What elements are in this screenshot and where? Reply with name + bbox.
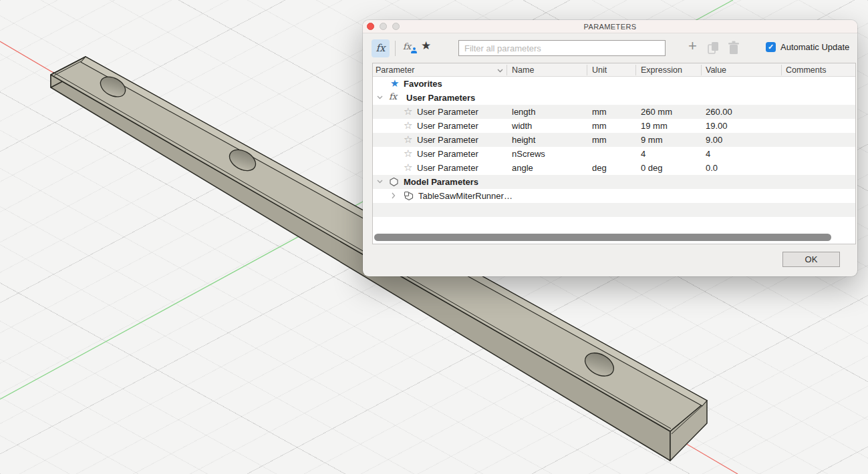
automatic-update-label: Automatic Update — [780, 42, 849, 52]
name-cell[interactable]: length — [512, 105, 535, 119]
parameter-type-cell: User Parameter — [417, 147, 478, 161]
person-icon — [411, 47, 417, 53]
column-header-parameter[interactable]: Parameter — [376, 63, 414, 77]
collapse-chevron-icon[interactable] — [377, 95, 383, 99]
toolbar-separator — [395, 41, 396, 56]
parameters-dialog: PARAMETERS fx fx ★ + ✓ Automatic Update — [363, 20, 857, 276]
sort-chevron-icon[interactable] — [497, 69, 503, 73]
table-row-nscrews[interactable]: ☆ User Parameter nScrews 4 4 — [373, 147, 855, 161]
table-header: Parameter Name Unit Expression Value Com… — [373, 63, 855, 77]
user-parameters-group-label: User Parameters — [406, 91, 475, 105]
fx-icon: fx — [376, 42, 385, 54]
unit-cell: mm — [592, 133, 607, 147]
name-cell[interactable]: angle — [512, 161, 533, 175]
model-cube-icon — [389, 177, 399, 187]
row-component-tablesawmiterrunner[interactable]: TableSawMiterRunner… — [373, 189, 855, 203]
unit-cell: deg — [592, 161, 607, 175]
value-cell: 19.00 — [706, 119, 728, 133]
copy-parameter-icon[interactable] — [707, 41, 720, 55]
value-cell: 0.0 — [706, 161, 718, 175]
ok-button[interactable]: OK — [782, 252, 840, 267]
column-header-expression[interactable]: Expression — [641, 63, 682, 77]
component-label: TableSawMiterRunner… — [418, 189, 513, 203]
fx-parameter-button[interactable]: fx — [372, 39, 390, 57]
row-user-parameters-group[interactable]: fx User Parameters — [373, 91, 855, 105]
parameter-type-cell: User Parameter — [417, 161, 478, 175]
component-icon — [404, 191, 414, 202]
favorite-toggle-star-icon[interactable]: ☆ — [404, 133, 412, 147]
dialog-title: PARAMETERS — [363, 20, 857, 33]
expand-chevron-icon[interactable] — [392, 192, 396, 199]
expression-cell[interactable]: 260 mm — [641, 105, 672, 119]
expression-cell[interactable]: 9 mm — [641, 133, 663, 147]
expression-cell[interactable]: 4 — [641, 147, 645, 161]
dialog-titlebar[interactable]: PARAMETERS — [363, 20, 857, 33]
row-favorites-group[interactable]: ★ Favorites — [373, 77, 855, 91]
value-cell: 4 — [706, 147, 710, 161]
parameter-type-cell: User Parameter — [417, 105, 478, 119]
unit-cell: mm — [592, 105, 607, 119]
expression-cell[interactable]: 19 mm — [641, 119, 668, 133]
parameters-table: Parameter Name Unit Expression Value Com… — [372, 63, 856, 244]
column-header-unit[interactable]: Unit — [592, 63, 607, 77]
expression-cell[interactable]: 0 deg — [641, 161, 663, 175]
column-header-name[interactable]: Name — [512, 63, 534, 77]
automatic-update-checkbox[interactable]: ✓ — [766, 42, 776, 52]
column-header-value[interactable]: Value — [706, 63, 726, 77]
table-row-width[interactable]: ☆ User Parameter width mm 19 mm 19.00 — [373, 119, 855, 133]
table-row-length[interactable]: ☆ User Parameter length mm 260 mm 260.00 — [373, 105, 855, 119]
favorite-toggle-star-icon[interactable]: ☆ — [404, 147, 412, 161]
favorite-toggle-star-icon[interactable]: ☆ — [404, 105, 412, 119]
filter-parameters-input[interactable] — [458, 40, 666, 56]
favorites-star-icon: ★ — [390, 77, 399, 91]
dialog-toolbar: fx fx ★ + ✓ Automatic Update — [363, 34, 857, 63]
empty-row — [373, 203, 855, 217]
value-cell: 9.00 — [706, 133, 722, 147]
model-parameters-group-label: Model Parameters — [404, 175, 478, 189]
add-parameter-button[interactable]: + — [688, 37, 697, 55]
name-cell[interactable]: width — [512, 119, 532, 133]
unit-cell: mm — [592, 119, 607, 133]
row-model-parameters-group[interactable]: Model Parameters — [373, 175, 855, 189]
favorite-toggle-star-icon[interactable]: ☆ — [404, 119, 412, 133]
fx-user-icon: fx — [403, 41, 411, 51]
fx-group-icon: fx — [389, 91, 397, 101]
favorites-filter-star-icon[interactable]: ★ — [421, 39, 431, 53]
parameter-type-cell: User Parameter — [417, 133, 478, 147]
parameter-type-cell: User Parameter — [417, 119, 478, 133]
table-row-height[interactable]: ☆ User Parameter height mm 9 mm 9.00 — [373, 133, 855, 147]
fx-user-parameter-button[interactable]: fx — [403, 40, 419, 57]
favorite-toggle-star-icon[interactable]: ☆ — [404, 161, 412, 175]
value-cell: 260.00 — [706, 105, 732, 119]
column-header-comments[interactable]: Comments — [786, 63, 826, 77]
favorites-group-label: Favorites — [404, 77, 442, 91]
horizontal-scrollbar-thumb[interactable] — [374, 234, 831, 241]
name-cell[interactable]: nScrews — [512, 147, 545, 161]
table-row-angle[interactable]: ☆ User Parameter angle deg 0 deg 0.0 — [373, 161, 855, 175]
name-cell[interactable]: height — [512, 133, 535, 147]
collapse-chevron-icon[interactable] — [377, 180, 383, 184]
delete-parameter-icon[interactable] — [728, 41, 740, 55]
